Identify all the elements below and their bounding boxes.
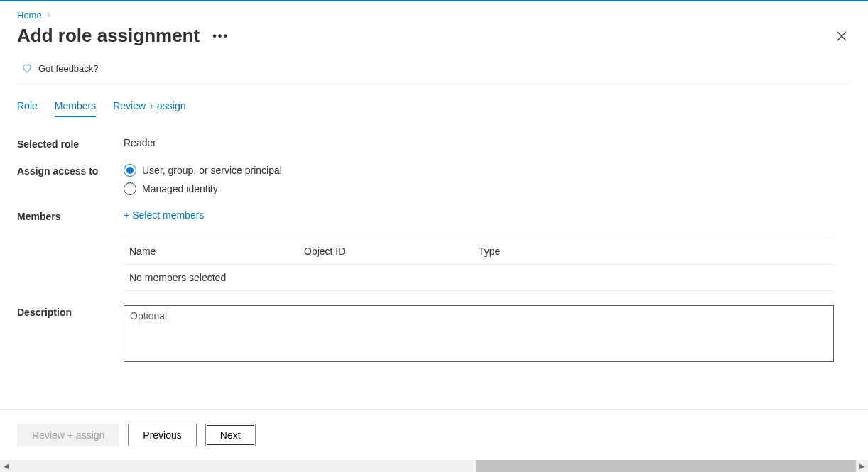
scroll-right-icon[interactable]: ▶: [856, 460, 868, 472]
tab-role[interactable]: Role: [17, 100, 38, 117]
page-header: Add role assignment •••: [17, 25, 851, 47]
col-header-name: Name: [129, 246, 304, 257]
members-empty-row: No members selected: [124, 264, 834, 290]
col-header-object-id: Object ID: [304, 246, 479, 257]
horizontal-scrollbar[interactable]: ◀ ▶: [0, 460, 868, 472]
radio-icon: [124, 182, 136, 195]
feedback-label: Got feedback?: [38, 63, 99, 74]
members-table-header: Name Object ID Type: [124, 238, 834, 264]
field-assign-access: Assign access to User, group, or service…: [17, 164, 851, 195]
select-members-link[interactable]: + Select members: [124, 209, 204, 221]
previous-button[interactable]: Previous: [128, 424, 196, 446]
description-input[interactable]: [124, 305, 834, 362]
scroll-left-icon[interactable]: ◀: [0, 460, 12, 472]
tab-members[interactable]: Members: [55, 100, 96, 117]
members-table: Name Object ID Type No members selected: [124, 238, 834, 291]
field-members: Members + Select members Name Object ID …: [17, 209, 851, 291]
radio-user-group-sp-label: User, group, or service principal: [142, 165, 282, 176]
assign-access-radio-group: User, group, or service principal Manage…: [124, 164, 851, 195]
page-title: Add role assignment •••: [17, 25, 232, 47]
members-label: Members: [17, 209, 124, 222]
radio-user-group-sp[interactable]: User, group, or service principal: [124, 164, 851, 177]
page-title-text: Add role assignment: [17, 25, 200, 47]
chevron-right-icon: [46, 10, 53, 21]
footer-bar: Review + assign Previous Next: [0, 409, 868, 460]
form-area: Selected role Reader Assign access to Us…: [17, 137, 851, 449]
field-description: Description: [17, 305, 851, 364]
tab-review-assign[interactable]: Review + assign: [113, 100, 185, 117]
selected-role-label: Selected role: [17, 137, 124, 150]
plus-icon: +: [124, 210, 129, 220]
members-empty-text: No members selected: [129, 272, 226, 283]
viewport: Home Add role assignment ••• Got feed: [0, 0, 868, 472]
breadcrumb: Home: [17, 1, 851, 21]
tabs: Role Members Review + assign: [17, 100, 851, 117]
heart-icon: [21, 62, 33, 74]
description-label: Description: [17, 305, 124, 318]
scroll-track[interactable]: [12, 460, 856, 472]
assign-access-label: Assign access to: [17, 164, 124, 177]
breadcrumb-home-link[interactable]: Home: [17, 10, 42, 21]
field-selected-role: Selected role Reader: [17, 137, 851, 150]
scroll-area[interactable]: Home Add role assignment ••• Got feed: [0, 1, 868, 460]
review-assign-button: Review + assign: [17, 424, 119, 446]
radio-managed-identity-label: Managed identity: [142, 183, 218, 194]
selected-role-value: Reader: [124, 137, 851, 148]
radio-managed-identity[interactable]: Managed identity: [124, 182, 851, 195]
close-button[interactable]: [832, 27, 851, 45]
next-button[interactable]: Next: [205, 424, 256, 446]
radio-icon: [124, 164, 136, 177]
more-actions-button[interactable]: •••: [210, 28, 232, 45]
content-area: Home Add role assignment ••• Got feed: [0, 1, 868, 460]
select-members-label: Select members: [132, 209, 204, 221]
col-header-type: Type: [479, 246, 828, 257]
scroll-thumb[interactable]: [476, 460, 856, 472]
feedback-link[interactable]: Got feedback?: [17, 47, 851, 84]
